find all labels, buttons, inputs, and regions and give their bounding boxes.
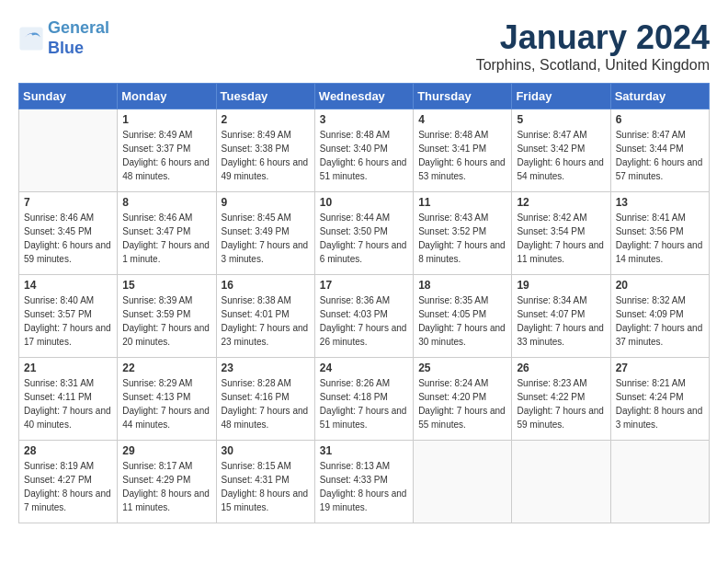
calendar-cell: 16 Sunrise: 8:38 AMSunset: 4:01 PMDaylig… xyxy=(216,275,314,358)
day-info: Sunrise: 8:39 AMSunset: 3:59 PMDaylight:… xyxy=(122,293,210,349)
calendar-cell: 22 Sunrise: 8:29 AMSunset: 4:13 PMDaylig… xyxy=(118,358,216,441)
day-info: Sunrise: 8:35 AMSunset: 4:05 PMDaylight:… xyxy=(418,293,506,349)
day-info: Sunrise: 8:13 AMSunset: 4:33 PMDaylight:… xyxy=(320,459,408,514)
calendar-cell: 11 Sunrise: 8:43 AMSunset: 3:52 PMDaylig… xyxy=(414,192,512,275)
day-info: Sunrise: 8:45 AMSunset: 3:49 PMDaylight:… xyxy=(222,211,310,266)
calendar-cell: 2 Sunrise: 8:49 AMSunset: 3:38 PMDayligh… xyxy=(216,109,314,192)
calendar-cell: 18 Sunrise: 8:35 AMSunset: 4:05 PMDaylig… xyxy=(414,275,512,358)
calendar-cell: 7 Sunrise: 8:46 AMSunset: 3:45 PMDayligh… xyxy=(19,192,118,275)
calendar-cell: 15 Sunrise: 8:39 AMSunset: 3:59 PMDaylig… xyxy=(118,275,216,358)
calendar-cell: 29 Sunrise: 8:17 AMSunset: 4:29 PMDaylig… xyxy=(118,441,216,523)
day-info: Sunrise: 8:47 AMSunset: 3:42 PMDaylight:… xyxy=(517,128,605,183)
calendar-week-3: 21 Sunrise: 8:31 AMSunset: 4:11 PMDaylig… xyxy=(19,358,710,441)
day-info: Sunrise: 8:48 AMSunset: 3:40 PMDaylight:… xyxy=(320,128,408,183)
day-number: 14 xyxy=(24,279,112,292)
calendar-cell: 5 Sunrise: 8:47 AMSunset: 3:42 PMDayligh… xyxy=(512,109,610,192)
day-number: 31 xyxy=(320,444,408,457)
day-number: 27 xyxy=(616,362,704,374)
day-info: Sunrise: 8:19 AMSunset: 4:27 PMDaylight:… xyxy=(24,459,112,514)
day-info: Sunrise: 8:17 AMSunset: 4:29 PMDaylight:… xyxy=(122,459,210,514)
day-number: 10 xyxy=(320,196,408,209)
calendar-cell: 4 Sunrise: 8:48 AMSunset: 3:41 PMDayligh… xyxy=(414,109,512,192)
logo-icon xyxy=(18,26,44,52)
day-info: Sunrise: 8:26 AMSunset: 4:18 PMDaylight:… xyxy=(320,376,408,431)
calendar-cell: 17 Sunrise: 8:36 AMSunset: 4:03 PMDaylig… xyxy=(314,275,413,358)
day-number: 19 xyxy=(517,279,605,292)
day-number: 25 xyxy=(418,362,506,374)
day-info: Sunrise: 8:21 AMSunset: 4:24 PMDaylight:… xyxy=(616,376,704,431)
logo: GeneralBlue xyxy=(18,18,109,58)
day-info: Sunrise: 8:29 AMSunset: 4:13 PMDaylight:… xyxy=(122,376,210,431)
col-header-tuesday: Tuesday xyxy=(216,84,314,109)
day-info: Sunrise: 8:41 AMSunset: 3:56 PMDaylight:… xyxy=(616,211,704,266)
day-number: 30 xyxy=(222,444,310,457)
day-number: 17 xyxy=(320,279,408,292)
calendar-table: SundayMondayTuesdayWednesdayThursdayFrid… xyxy=(18,83,710,523)
day-info: Sunrise: 8:15 AMSunset: 4:31 PMDaylight:… xyxy=(222,459,310,514)
month-title: January 2024 xyxy=(476,18,710,57)
calendar-cell xyxy=(414,441,512,523)
calendar-week-1: 7 Sunrise: 8:46 AMSunset: 3:45 PMDayligh… xyxy=(19,192,710,275)
day-number: 7 xyxy=(24,196,112,209)
col-header-sunday: Sunday xyxy=(19,84,118,109)
day-info: Sunrise: 8:43 AMSunset: 3:52 PMDaylight:… xyxy=(418,211,506,266)
day-info: Sunrise: 8:24 AMSunset: 4:20 PMDaylight:… xyxy=(418,376,506,431)
day-info: Sunrise: 8:31 AMSunset: 4:11 PMDaylight:… xyxy=(24,376,112,431)
calendar-cell: 30 Sunrise: 8:15 AMSunset: 4:31 PMDaylig… xyxy=(216,441,314,523)
page-header: GeneralBlue January 2024 Torphins, Scotl… xyxy=(18,18,710,74)
day-number: 24 xyxy=(320,362,408,374)
calendar-cell: 10 Sunrise: 8:44 AMSunset: 3:50 PMDaylig… xyxy=(314,192,413,275)
calendar-cell: 21 Sunrise: 8:31 AMSunset: 4:11 PMDaylig… xyxy=(19,358,118,441)
day-number: 2 xyxy=(222,113,310,126)
day-number: 21 xyxy=(24,362,112,374)
calendar-cell: 9 Sunrise: 8:45 AMSunset: 3:49 PMDayligh… xyxy=(216,192,314,275)
day-info: Sunrise: 8:47 AMSunset: 3:44 PMDaylight:… xyxy=(616,128,704,183)
day-number: 5 xyxy=(517,113,605,126)
col-header-thursday: Thursday xyxy=(414,84,512,109)
calendar-cell: 14 Sunrise: 8:40 AMSunset: 3:57 PMDaylig… xyxy=(19,275,118,358)
calendar-header-row: SundayMondayTuesdayWednesdayThursdayFrid… xyxy=(19,84,710,109)
title-block: January 2024 Torphins, Scotland, United … xyxy=(476,18,710,74)
col-header-wednesday: Wednesday xyxy=(314,84,413,109)
day-number: 9 xyxy=(222,196,310,209)
day-number: 4 xyxy=(418,113,506,126)
day-number: 22 xyxy=(122,362,210,374)
calendar-cell: 28 Sunrise: 8:19 AMSunset: 4:27 PMDaylig… xyxy=(19,441,118,523)
day-number: 6 xyxy=(616,113,704,126)
day-info: Sunrise: 8:40 AMSunset: 3:57 PMDaylight:… xyxy=(24,293,112,349)
day-number: 15 xyxy=(122,279,210,292)
calendar-cell: 1 Sunrise: 8:49 AMSunset: 3:37 PMDayligh… xyxy=(118,109,216,192)
calendar-cell: 23 Sunrise: 8:28 AMSunset: 4:16 PMDaylig… xyxy=(216,358,314,441)
calendar-cell xyxy=(19,109,118,192)
day-number: 28 xyxy=(24,444,112,457)
calendar-week-0: 1 Sunrise: 8:49 AMSunset: 3:37 PMDayligh… xyxy=(19,109,710,192)
location-title: Torphins, Scotland, United Kingdom xyxy=(476,57,710,74)
day-info: Sunrise: 8:46 AMSunset: 3:45 PMDaylight:… xyxy=(24,211,112,266)
day-number: 18 xyxy=(418,279,506,292)
day-number: 8 xyxy=(122,196,210,209)
calendar-cell: 19 Sunrise: 8:34 AMSunset: 4:07 PMDaylig… xyxy=(512,275,610,358)
calendar-cell: 12 Sunrise: 8:42 AMSunset: 3:54 PMDaylig… xyxy=(512,192,610,275)
calendar-cell: 8 Sunrise: 8:46 AMSunset: 3:47 PMDayligh… xyxy=(118,192,216,275)
day-info: Sunrise: 8:32 AMSunset: 4:09 PMDaylight:… xyxy=(616,293,704,349)
day-number: 3 xyxy=(320,113,408,126)
calendar-cell: 24 Sunrise: 8:26 AMSunset: 4:18 PMDaylig… xyxy=(314,358,413,441)
day-number: 13 xyxy=(616,196,704,209)
calendar-cell: 13 Sunrise: 8:41 AMSunset: 3:56 PMDaylig… xyxy=(610,192,709,275)
logo-text: GeneralBlue xyxy=(48,18,109,58)
day-number: 29 xyxy=(122,444,210,457)
day-number: 26 xyxy=(517,362,605,374)
day-number: 20 xyxy=(616,279,704,292)
day-info: Sunrise: 8:49 AMSunset: 3:37 PMDaylight:… xyxy=(122,128,210,183)
col-header-monday: Monday xyxy=(118,84,216,109)
day-info: Sunrise: 8:44 AMSunset: 3:50 PMDaylight:… xyxy=(320,211,408,266)
calendar-cell xyxy=(512,441,610,523)
calendar-cell: 31 Sunrise: 8:13 AMSunset: 4:33 PMDaylig… xyxy=(314,441,413,523)
day-info: Sunrise: 8:28 AMSunset: 4:16 PMDaylight:… xyxy=(222,376,310,431)
calendar-week-2: 14 Sunrise: 8:40 AMSunset: 3:57 PMDaylig… xyxy=(19,275,710,358)
calendar-cell xyxy=(610,441,709,523)
day-info: Sunrise: 8:38 AMSunset: 4:01 PMDaylight:… xyxy=(222,293,310,349)
day-number: 23 xyxy=(222,362,310,374)
svg-rect-0 xyxy=(19,27,42,50)
calendar-cell: 20 Sunrise: 8:32 AMSunset: 4:09 PMDaylig… xyxy=(610,275,709,358)
